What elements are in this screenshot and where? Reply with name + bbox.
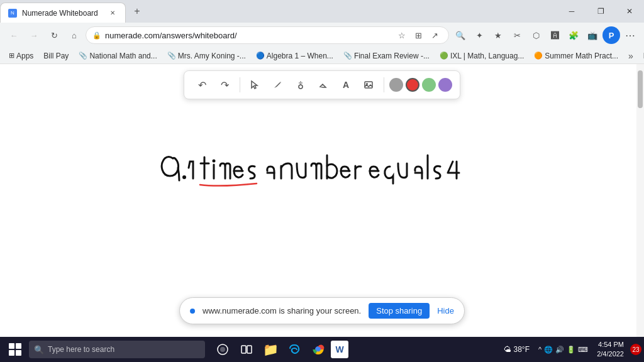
bookmarks-more-button[interactable]: » (625, 50, 637, 62)
stop-sharing-button[interactable]: Stop sharing (369, 303, 430, 319)
bookmark-icon-6: 🟠 (534, 52, 543, 60)
taskbar: 🔍 Type here to search 📁 W 🌤 38°F (0, 337, 644, 362)
clock-time: 4:54 PM (597, 340, 624, 349)
extensions-icon[interactable]: 🧩 (565, 26, 582, 44)
tools-button[interactable] (291, 75, 311, 95)
forward-button[interactable]: → (25, 26, 43, 44)
bookmark-national-math-label: National Math and... (89, 52, 157, 60)
weather-icon: 🌤 (504, 345, 511, 354)
address-input-wrap[interactable]: 🔒 numerade.com/answers/whiteboard/ ☆ ⊞ ↗ (86, 26, 449, 44)
reading-mode-icon[interactable]: ⊞ (411, 28, 426, 43)
taskbar-app-explorer[interactable]: 📁 (259, 338, 282, 361)
address-right-icons: ☆ ⊞ ↗ (394, 28, 442, 43)
pen-tool[interactable] (268, 75, 288, 95)
windows-logo (9, 343, 21, 356)
eraser-tool[interactable] (313, 75, 333, 95)
color-purple[interactable] (438, 78, 452, 92)
select-tool[interactable] (245, 75, 265, 95)
new-tab-button[interactable]: + (128, 3, 146, 20)
keyboard-icon: ⌨ (578, 346, 588, 354)
toolbar-divider-2 (384, 77, 384, 92)
taskbar-search[interactable]: 🔍 Type here to search (29, 341, 205, 358)
bookmark-billpay[interactable]: Bill Pay (40, 50, 72, 62)
share-icon[interactable]: ↗ (427, 28, 442, 43)
clock-date: 2/4/2022 (597, 349, 624, 359)
bookmark-ixl[interactable]: 🟢 IXL | Math, Languag... (436, 50, 528, 62)
taskbar-app-edge[interactable] (283, 338, 306, 361)
scrollbar-thumb[interactable] (638, 70, 643, 108)
close-button[interactable]: ✕ (615, 0, 644, 23)
bookmarks-bar: ⊞ Apps Bill Pay 📎 National Math and... 📎… (0, 48, 644, 64)
home-button[interactable]: ⌂ (65, 26, 83, 44)
bookmark-final-exam-label: Final Exam Review -... (354, 52, 430, 60)
volume-icon: 🔊 (555, 346, 564, 354)
more-menu-button[interactable]: ⋯ (621, 26, 639, 44)
start-button[interactable] (3, 337, 28, 362)
taskbar-app-cortana[interactable] (211, 338, 234, 361)
collections-icon[interactable]: ✦ (470, 26, 488, 44)
web-capture-icon[interactable]: ✂ (508, 26, 526, 44)
bookmark-national-math[interactable]: 📎 National Math and... (75, 50, 160, 62)
taskbar-app-word[interactable]: W (331, 341, 348, 358)
tab-close-button[interactable]: ✕ (108, 8, 118, 18)
scrollbar[interactable] (636, 64, 644, 337)
maximize-button[interactable]: ❐ (586, 0, 615, 23)
text-tool[interactable]: A (336, 75, 356, 95)
image-tool[interactable] (358, 75, 379, 95)
undo-button[interactable]: ↶ (192, 75, 212, 95)
browser-frame: N Numerade Whiteboard ✕ + ─ ❐ ✕ ← → ↻ ⌂ … (0, 0, 644, 362)
color-green[interactable] (422, 78, 436, 92)
apps-icon: ⊞ (9, 52, 14, 60)
notification-badge[interactable]: 23 (630, 344, 641, 355)
bookmark-icon-3: 🔵 (256, 52, 265, 60)
notification-count: 23 (632, 346, 639, 353)
bookmark-summer-math-label: Summer Math Pract... (545, 52, 618, 60)
bookmark-amy-koning[interactable]: 📎 Mrs. Amy Koning -... (164, 50, 250, 62)
bookmark-reading-list[interactable]: Reading list (640, 50, 644, 62)
share-page-icon[interactable]: ⬡ (527, 26, 545, 44)
favorites-star-icon[interactable]: ★ (489, 26, 507, 44)
svg-rect-8 (242, 346, 246, 353)
svg-point-7 (220, 347, 225, 352)
bookmark-algebra[interactable]: 🔵 Algebra 1 – When... (252, 50, 337, 62)
cast-icon[interactable]: 📺 (584, 26, 601, 44)
taskbar-app-taskview[interactable] (235, 338, 258, 361)
hide-button[interactable]: Hide (437, 306, 454, 315)
sys-tray-icons[interactable]: ^ 🌐 🔊 🔋 ⌨ (536, 346, 591, 354)
back-button[interactable]: ← (5, 26, 23, 44)
bookmark-icon-5: 🟢 (440, 52, 448, 60)
taskbar-apps: 📁 W (211, 338, 348, 361)
svg-rect-9 (247, 346, 252, 353)
svg-point-4 (182, 175, 186, 179)
bookmark-amy-koning-label: Mrs. Amy Koning -... (178, 52, 246, 60)
whiteboard-canvas (0, 64, 644, 337)
taskbar-search-placeholder: Type here to search (48, 345, 114, 354)
whiteboard-toolbar: ↶ ↷ A (184, 70, 460, 99)
redo-button[interactable]: ↷ (214, 75, 235, 95)
active-tab[interactable]: N Numerade Whiteboard ✕ (0, 3, 126, 23)
bookmark-final-exam[interactable]: 📎 Final Exam Review -... (340, 50, 433, 62)
battery-icon: 🔋 (567, 346, 575, 354)
minimize-button[interactable]: ─ (557, 0, 586, 23)
bookmark-summer-math[interactable]: 🟠 Summer Math Pract... (530, 50, 622, 62)
bookmark-apps[interactable]: ⊞ Apps (5, 50, 37, 62)
svg-point-0 (299, 85, 303, 89)
feedback-icon[interactable]: 🅰 (546, 26, 564, 44)
taskbar-clock[interactable]: 4:54 PM 2/4/2022 (593, 337, 628, 362)
color-red[interactable] (406, 78, 419, 92)
reload-button[interactable]: ↻ (45, 26, 63, 44)
tab-favicon: N (8, 9, 17, 18)
taskbar-right: 🌤 38°F ^ 🌐 🔊 🔋 ⌨ 4:54 PM 2/4/2022 23 (500, 337, 641, 362)
taskbar-weather[interactable]: 🌤 38°F (500, 345, 533, 354)
clock-display: 4:54 PM 2/4/2022 (597, 340, 624, 359)
bookmark-star-icon[interactable]: ☆ (394, 28, 409, 43)
address-text: numerade.com/answers/whiteboard/ (105, 31, 391, 40)
profile-icon[interactable]: P (602, 26, 620, 44)
network-icon: 🌐 (544, 346, 553, 354)
taskbar-app-chrome[interactable] (307, 338, 330, 361)
search-icon[interactable]: 🔍 (452, 26, 469, 44)
color-gray[interactable] (389, 78, 403, 92)
bookmark-icon-2: 📎 (167, 52, 176, 60)
bookmark-algebra-label: Algebra 1 – When... (267, 52, 333, 60)
window-controls: ─ ❐ ✕ (557, 0, 644, 23)
